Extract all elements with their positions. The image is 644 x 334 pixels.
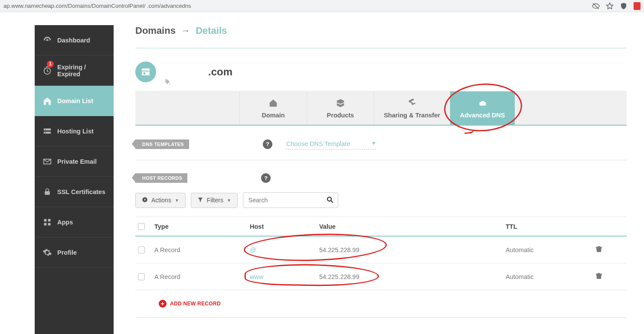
filters-button[interactable]: Filters ▼ (191, 193, 238, 208)
domain-header: + .com (135, 62, 627, 82)
cell-host[interactable]: www (250, 273, 319, 280)
tab-label: Advanced DNS (460, 112, 505, 119)
host-records-label: HOST RECORDS (135, 173, 187, 183)
records-search (243, 192, 338, 208)
sidebar-item-label: Expiring / Expired (57, 64, 106, 78)
svg-rect-4 (44, 131, 51, 133)
col-host: Host (250, 223, 319, 230)
sidebar-item-label: Apps (57, 219, 73, 226)
col-value: Value (319, 223, 506, 230)
col-type: Type (154, 223, 250, 230)
browser-toolbar-icons (592, 2, 641, 10)
svg-rect-11 (48, 223, 51, 225)
sidebar-item-private-email[interactable]: Private Email (35, 146, 114, 177)
svg-rect-9 (48, 219, 51, 221)
store-icon (135, 62, 156, 82)
arrow-right-icon: → (181, 25, 190, 36)
svg-rect-7 (45, 191, 50, 195)
main-content: Domains → Details + .com Domain (114, 12, 644, 334)
browser-url: ap.www.namecheap.com/Domains/DomainContr… (3, 3, 592, 9)
divider (135, 160, 627, 160)
cell-value[interactable]: 54.225.228.99 (319, 246, 506, 253)
select-all-checkbox[interactable] (138, 223, 145, 230)
tab-label: Sharing & Transfer (384, 112, 440, 119)
col-ttl: TTL (506, 223, 588, 230)
browser-url-bar: ap.www.namecheap.com/Domains/DomainContr… (0, 0, 644, 12)
help-icon[interactable]: ? (261, 173, 271, 183)
sidebar-item-label: Dashboard (57, 37, 90, 44)
cell-ttl[interactable]: Automatic (506, 246, 588, 253)
row-checkbox[interactable] (138, 273, 145, 280)
delete-row-button[interactable] (595, 272, 603, 281)
sidebar-item-hosting-list[interactable]: Hosting List (35, 116, 114, 146)
actions-label: Actions (151, 197, 171, 204)
sidebar-item-dashboard[interactable]: Dashboard (35, 25, 114, 55)
sidebar-item-expiring[interactable]: 1 Expiring / Expired (35, 55, 114, 86)
divider (135, 317, 627, 318)
mail-icon (42, 157, 52, 166)
divider (135, 48, 627, 49)
shield-icon[interactable] (620, 2, 628, 10)
svg-point-16 (327, 197, 331, 201)
svg-point-5 (45, 129, 46, 130)
expiring-badge: 1 (47, 61, 54, 68)
host-records-table: Type Host Value TTL A Record @ 54.225.22… (135, 217, 627, 290)
toolbox-icon (477, 98, 488, 108)
search-input[interactable] (243, 192, 338, 208)
tab-domain[interactable]: Domain (239, 91, 307, 125)
eye-off-icon[interactable] (592, 2, 600, 10)
chevron-down-icon: ▼ (371, 140, 376, 146)
row-checkbox[interactable] (138, 246, 145, 253)
gauge-icon (42, 36, 52, 45)
svg-rect-8 (44, 219, 47, 221)
house-icon (42, 96, 52, 106)
sidebar-item-domain-list[interactable]: Domain List (35, 86, 114, 116)
extension-icon[interactable] (634, 2, 641, 10)
cell-type[interactable]: A Record (154, 273, 250, 280)
funnel-icon (197, 197, 203, 204)
add-record-label: ADD NEW RECORD (170, 301, 221, 307)
filters-label: Filters (207, 197, 223, 204)
delete-row-button[interactable] (595, 245, 603, 254)
tab-advanced-dns[interactable]: Advanced DNS (450, 91, 515, 125)
tab-sharing-transfer[interactable]: Sharing & Transfer (374, 91, 450, 125)
domain-name: .com (208, 66, 232, 78)
actions-button[interactable]: Actions ▼ (135, 193, 186, 208)
sidebar-item-label: Profile (57, 249, 77, 256)
svg-rect-13 (479, 102, 486, 105)
sidebar-item-profile[interactable]: Profile (35, 237, 114, 268)
box-icon (336, 98, 345, 108)
sidebar-item-ssl[interactable]: SSL Certificates (35, 177, 114, 207)
cell-host[interactable]: @ (250, 246, 319, 253)
apps-icon (42, 217, 52, 227)
dns-templates-label: DNS TEMPLATES (135, 139, 189, 149)
sidebar-item-label: Domain List (57, 97, 93, 104)
sidebar-item-label: SSL Certificates (57, 188, 105, 195)
cell-value[interactable]: 54.225.228.99 (319, 273, 506, 280)
svg-point-6 (45, 132, 46, 133)
section-host-records: HOST RECORDS ? (135, 173, 627, 183)
sidebar-item-apps[interactable]: Apps (35, 207, 114, 237)
svg-line-17 (331, 201, 333, 203)
cell-type[interactable]: A Record (154, 246, 250, 253)
sidebar-item-label: Private Email (57, 158, 97, 165)
tab-label: Products (327, 112, 354, 119)
breadcrumb-root[interactable]: Domains (135, 25, 176, 36)
help-icon[interactable]: ? (263, 139, 272, 149)
tag-add-icon[interactable]: + (164, 79, 171, 88)
svg-rect-3 (44, 128, 51, 130)
cell-ttl[interactable]: Automatic (506, 273, 588, 280)
breadcrumb: Domains → Details (135, 25, 627, 36)
svg-text:+: + (169, 82, 171, 86)
lock-icon (42, 187, 52, 197)
breadcrumb-current: Details (196, 25, 227, 36)
plus-icon: + (159, 300, 167, 308)
records-action-row: Actions ▼ Filters ▼ (135, 192, 627, 208)
dns-template-select[interactable]: Choose DNS Template ▼ (285, 139, 376, 149)
star-icon[interactable] (606, 2, 614, 10)
search-icon[interactable] (326, 196, 334, 205)
tab-products[interactable]: Products (307, 91, 374, 125)
domain-tabs: Domain Products Sharing & Transfer Advan… (135, 91, 627, 126)
share-icon (407, 98, 417, 108)
add-new-record-button[interactable]: + ADD NEW RECORD (159, 300, 221, 308)
